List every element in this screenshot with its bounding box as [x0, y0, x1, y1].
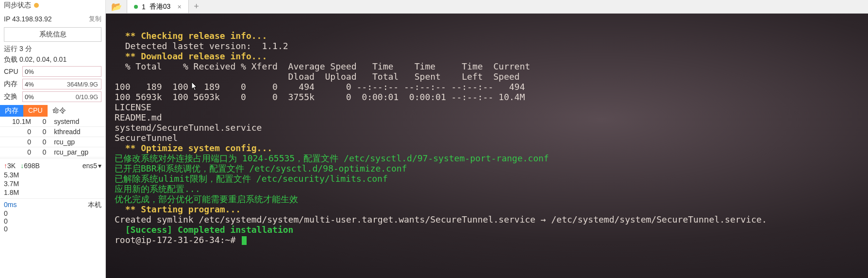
folder-icon: 📂	[111, 1, 122, 12]
terminal-output: ** Checking release info... Detected las…	[115, 20, 859, 255]
connected-dot-icon	[134, 5, 138, 9]
process-tabs: 内存 CPU 命令	[0, 105, 105, 117]
term-line: README.md	[115, 112, 162, 122]
cpu-bar: 0%	[22, 66, 101, 77]
term-line: [Success] Completed installation	[115, 225, 293, 235]
tab-cpu[interactable]: CPU	[23, 105, 48, 117]
term-line: 已开启BBR和系统调优，配置文件 /etc/sysctl.d/98-optimi…	[115, 163, 407, 174]
process-table: 10.1M0systemd 00kthreadd 00rcu_gp 00rcu_…	[0, 117, 105, 157]
table-row[interactable]: 00rcu_gp	[0, 137, 105, 147]
folder-button[interactable]: 📂	[106, 0, 127, 13]
term-line: Detected lastet version: 1.1.2	[115, 41, 288, 51]
traffic-graph-yaxis: 5.3M 3.7M 1.8M	[0, 171, 105, 197]
term-line: ** Starting program...	[115, 204, 241, 214]
cpu-percent: 0%	[25, 68, 34, 75]
sync-status-row: 同步状态	[0, 0, 105, 13]
term-prompt: root@ip-172-31-26-34:~#	[115, 235, 241, 245]
term-line: SecureTunnel	[115, 133, 178, 143]
term-line: 100 189 100 189 0 0 494 0 --:--:-- --:--…	[115, 82, 525, 92]
tab-bar: 📂 1 香港03 × +	[106, 0, 868, 14]
swap-row: 交换 0% 0/10.9G	[0, 90, 105, 103]
mem-row: 内存 4% 364M/9.9G	[0, 78, 105, 90]
terminal-cursor-icon	[242, 236, 247, 245]
main-area: 📂 1 香港03 × + ** Checking release info...…	[106, 0, 868, 278]
sidebar: 同步状态 IP 43.198.93.92 复制 系统信息 运行 3 分 负载 0…	[0, 0, 106, 278]
latency-value: 0ms	[4, 201, 17, 209]
ip-text: IP 43.198.93.92	[4, 15, 52, 23]
term-line: Created symlink /etc/systemd/system/mult…	[115, 214, 767, 225]
sync-status-dot-icon	[34, 3, 39, 8]
term-line: % Total % Received % Xferd Average Speed…	[115, 61, 530, 71]
uptime-text: 运行 3 分	[0, 44, 105, 54]
term-line: 优化完成，部分优化可能需要重启系统才能生效	[115, 194, 298, 204]
tab-command[interactable]: 命令	[48, 105, 71, 117]
swap-detail: 0/10.9G	[76, 93, 98, 101]
download-speed: ↓698B	[20, 162, 40, 170]
table-row[interactable]: 10.1M0systemd	[0, 117, 105, 127]
table-row[interactable]: 00rcu_par_gp	[0, 147, 105, 157]
mem-label: 内存	[4, 80, 19, 88]
terminal-tab[interactable]: 1 香港03 ×	[127, 0, 189, 13]
swap-label: 交换	[4, 92, 19, 101]
cpu-label: CPU	[4, 68, 19, 75]
term-line: 应用新的系统配置...	[115, 184, 200, 194]
swap-percent: 0%	[25, 93, 34, 101]
network-row: ↑3K ↓698B ens5 ▾	[0, 158, 105, 171]
term-line: 已修改系统对外连接占用端口为 1024-65535，配置文件 /etc/sysc…	[115, 153, 549, 163]
mem-bar: 4% 364M/9.9G	[22, 79, 101, 89]
copy-ip-button[interactable]: 复制	[89, 15, 101, 23]
chevron-down-icon: ▾	[98, 162, 101, 170]
term-line: ** Optimize system config...	[115, 143, 272, 153]
interface-select[interactable]: ens5 ▾	[83, 162, 101, 170]
close-tab-button[interactable]: ×	[177, 3, 181, 11]
add-tab-button[interactable]: +	[189, 0, 204, 13]
latency-graph-yaxis: 0 0 0	[0, 209, 105, 233]
mem-detail: 364M/9.9G	[67, 81, 98, 88]
term-line: ** Checking release info...	[115, 31, 267, 41]
term-line: 已解除系统ulimit限制，配置文件 /etc/security/limits.…	[115, 174, 388, 184]
term-line: Dload Upload Total Spent Left Speed	[115, 71, 519, 82]
term-line: ** Download release info...	[115, 51, 267, 61]
tab-number: 1	[142, 3, 146, 11]
local-label[interactable]: 本机	[88, 201, 101, 209]
terminal[interactable]: ** Checking release info... Detected las…	[106, 14, 868, 278]
term-line: systemd/SecureTunnel.service	[115, 122, 262, 133]
cpu-row: CPU 0%	[0, 65, 105, 78]
ip-row: IP 43.198.93.92 复制	[0, 13, 105, 25]
latency-row: 0ms 本机	[0, 198, 105, 209]
tab-memory[interactable]: 内存	[0, 105, 23, 117]
tab-title: 香港03	[150, 2, 171, 11]
table-row[interactable]: 00kthreadd	[0, 127, 105, 137]
upload-speed: ↑3K	[4, 162, 16, 170]
term-line: 100 5693k 100 5693k 0 0 3755k 0 0:00:01 …	[115, 92, 525, 102]
load-text: 负载 0.02, 0.04, 0.01	[0, 54, 105, 65]
swap-bar: 0% 0/10.9G	[22, 91, 101, 102]
term-line: LICENSE	[115, 102, 151, 112]
sync-status-label: 同步状态	[4, 1, 31, 10]
mem-percent: 4%	[25, 81, 34, 88]
arrow-up-icon: ↑	[4, 162, 7, 170]
system-info-button[interactable]: 系统信息	[4, 27, 101, 42]
